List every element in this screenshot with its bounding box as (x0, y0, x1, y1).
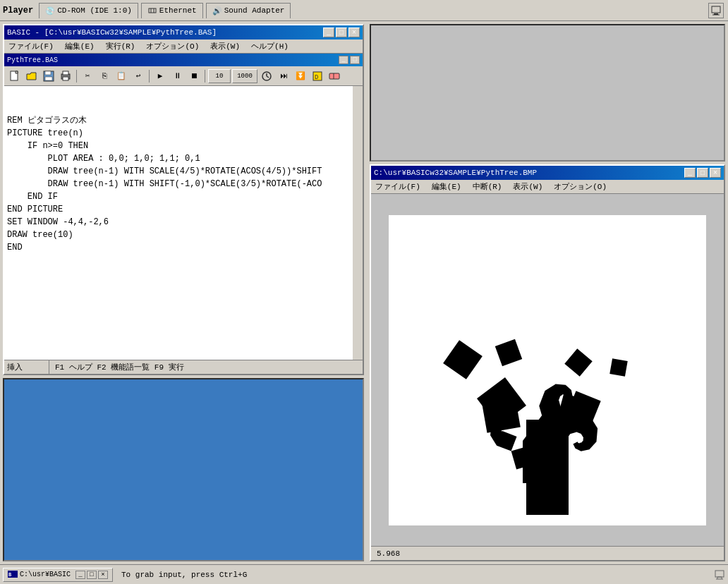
svg-rect-11 (63, 71, 68, 75)
tab-ethernet-label: Ethernet (159, 6, 197, 15)
tab-sound-label: Sound Adapter (224, 6, 285, 15)
basic-inner-titlebar: PythTree.BAS _ □ (4, 54, 363, 66)
toolbar-num1-label: 10 (216, 73, 224, 80)
menu-file[interactable]: ファイル(F) (6, 40, 56, 52)
player-label: Player (3, 6, 33, 16)
basic-statusbar: 挿入 F1 ヘルプ F2 機能語一覧 F9 実行 (4, 360, 363, 374)
tab-ethernet[interactable]: Ethernet (141, 3, 203, 18)
basic-close-button[interactable]: × (348, 28, 360, 37)
bottom-bar: B C:\usr¥BASIC _ □ × To grab input, pres… (0, 564, 728, 584)
tab-sound[interactable]: 🔊 Sound Adapter (206, 3, 291, 18)
taskbar-restore-button[interactable]: □ (87, 571, 97, 579)
taskbar-close-button[interactable]: × (98, 571, 108, 579)
toolbar-run-button[interactable]: ▶ (152, 69, 168, 83)
svg-text:D: D (315, 74, 318, 81)
toolbar-paste-button[interactable]: 📋 (114, 69, 129, 83)
toolbar-undo-button[interactable]: ↩ (131, 69, 146, 83)
code-content: REM ピタゴラスの木 PICTURE tree(n) IF n>=0 THEN… (7, 114, 360, 254)
toolbar-num2-button[interactable]: 1000 (232, 69, 257, 83)
basic-toolbar: ✂ ⎘ 📋 ↩ ▶ ⏸ ⏹ 10 1000 ⏭ ⏬ (4, 66, 363, 86)
toolbar-cut-button[interactable]: ✂ (80, 69, 95, 83)
image-status-value: 5.968 (377, 549, 400, 558)
tab-cdrom[interactable]: 💿 CD-ROM (IDE 1:0) (39, 3, 138, 18)
vm-settings-button[interactable] (708, 3, 724, 18)
menu-run[interactable]: 実行(R) (103, 40, 138, 52)
svg-rect-0 (149, 8, 156, 13)
image-menubar: ファイル(F) 編集(E) 中断(R) 表示(W) オプション(O) (371, 180, 724, 194)
svg-rect-29 (564, 348, 592, 376)
img-menu-view[interactable]: 表示(W) (510, 181, 545, 193)
basic-minimize-button[interactable]: _ (323, 28, 334, 37)
code-editor[interactable]: REM ピタゴラスの木 PICTURE tree(n) IF n>=0 THEN… (4, 86, 363, 360)
toolbar-num2-label: 1000 (237, 73, 253, 80)
image-statusbar: 5.968 (371, 546, 724, 560)
image-window: C:\usr¥BASICw32¥SAMPLE¥PythTree.BMP _ □ … (370, 164, 725, 561)
toolbar-new-button[interactable] (7, 69, 23, 83)
toolbar-copy-button[interactable]: ⎘ (97, 69, 112, 83)
right-panel: C:\usr¥BASICw32¥SAMPLE¥PythTree.BMP _ □ … (367, 21, 728, 564)
img-menu-break[interactable]: 中断(R) (470, 181, 505, 193)
toolbar-btn-2[interactable]: ⏭ (276, 69, 291, 83)
status-mode: 挿入 (7, 360, 49, 374)
inner-minimize-button[interactable]: _ (339, 56, 348, 64)
svg-rect-47 (565, 390, 573, 398)
toolbar-sep-2 (149, 70, 150, 83)
ethernet-icon (147, 6, 157, 16)
taskbar-win-buttons: _ □ × (75, 571, 108, 579)
svg-rect-27 (443, 340, 483, 379)
inner-maximize-button[interactable]: □ (350, 56, 360, 64)
menu-help[interactable]: ヘルプ(H) (248, 40, 291, 52)
toolbar-save-button[interactable] (41, 69, 56, 83)
taskbar-minimize-button[interactable]: _ (75, 571, 85, 579)
basic-inner-title: PythTree.BAS (7, 56, 58, 64)
menu-options[interactable]: オプション(O) (143, 40, 202, 52)
svg-rect-54 (715, 571, 724, 577)
toolbar-num1-button[interactable]: 10 (208, 69, 231, 83)
basic-titlebar: BASIC - [C:\usr¥BASICw32¥SAMPLE¥PythTree… (4, 25, 363, 39)
left-panel: BASIC - [C:\usr¥BASICw32¥SAMPLE¥PythTree… (0, 21, 367, 564)
toolbar-btn-1[interactable] (259, 69, 274, 83)
vm-bottom-icon (715, 570, 724, 580)
img-menu-edit[interactable]: 編集(E) (429, 181, 464, 193)
svg-rect-3 (712, 6, 720, 13)
toolbar-sep-3 (205, 70, 205, 83)
cdrom-icon: 💿 (45, 6, 55, 16)
bottom-right-icon (714, 569, 725, 580)
menu-view[interactable]: 表示(W) (207, 40, 243, 52)
player-bar: Player 💿 CD-ROM (IDE 1:0) Ethernet 🔊 Sou… (0, 0, 728, 21)
toolbar-eraser-button[interactable] (327, 69, 342, 83)
toolbar-stop-button[interactable]: ⏹ (186, 69, 202, 83)
taskbar-basic-button[interactable]: B C:\usr¥BASIC _ □ × (3, 568, 113, 582)
basic-menubar: ファイル(F) 編集(E) 実行(R) オプション(O) 表示(W) ヘルプ(H… (4, 39, 363, 54)
main-area: BASIC - [C:\usr¥BASICw32¥SAMPLE¥PythTree… (0, 21, 728, 564)
pythagorean-tree-image: // Inline fractal drawing via canvas-lik… (389, 215, 706, 525)
toolbar-btn-4[interactable]: D (310, 69, 325, 83)
taskbar-basic-label: C:\usr¥BASIC (20, 571, 71, 578)
image-titlebar: C:\usr¥BASICw32¥SAMPLE¥PythTree.BMP _ □ … (371, 166, 724, 180)
monitor-icon (711, 6, 721, 16)
img-menu-file[interactable]: ファイル(F) (372, 181, 423, 193)
image-close-button[interactable]: × (710, 168, 721, 178)
img-menu-options[interactable]: オプション(O) (551, 181, 609, 193)
basic-titlebar-controls: _ □ × (323, 28, 360, 37)
image-minimize-button[interactable]: _ (684, 168, 696, 178)
grab-input-label: To grab input, press Ctrl+G (121, 571, 247, 579)
image-restore-button[interactable]: □ (697, 168, 708, 178)
status-help: F1 ヘルプ F2 機能語一覧 F9 実行 (49, 362, 184, 372)
svg-rect-28 (495, 339, 522, 365)
basic-maximize-button[interactable]: □ (336, 28, 347, 37)
blue-output-area (3, 378, 364, 561)
basic-window: BASIC - [C:\usr¥BASICw32¥SAMPLE¥PythTree… (3, 24, 364, 375)
svg-rect-8 (45, 71, 51, 75)
tab-cdrom-label: CD-ROM (IDE 1:0) (57, 6, 132, 15)
toolbar-pause-button[interactable]: ⏸ (169, 69, 185, 83)
toolbar-print-button[interactable] (58, 69, 73, 83)
toolbar-open-button[interactable] (24, 69, 40, 83)
svg-rect-51 (490, 425, 501, 436)
svg-rect-30 (609, 358, 627, 376)
image-window-title: C:\usr¥BASICw32¥SAMPLE¥PythTree.BMP (374, 169, 537, 177)
image-content: // Inline fractal drawing via canvas-lik… (371, 194, 724, 546)
menu-edit[interactable]: 編集(E) (62, 40, 97, 52)
image-titlebar-controls: _ □ × (684, 168, 721, 178)
toolbar-btn-3[interactable]: ⏬ (293, 69, 308, 83)
